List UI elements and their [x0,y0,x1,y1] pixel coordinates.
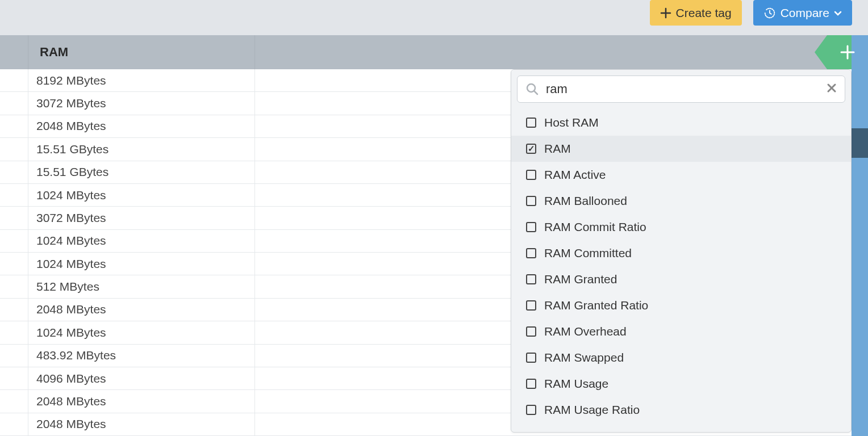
checkbox-icon [526,170,536,180]
create-tag-button[interactable]: Create tag [650,0,742,26]
row-gutter [0,92,28,114]
ram-cell: 483.92 MBytes [28,345,255,367]
checkbox-icon [526,118,536,128]
plus-icon [660,7,671,19]
row-gutter [0,115,28,137]
row-gutter [0,321,28,343]
ram-cell: 8192 MBytes [28,69,255,91]
checkbox-icon [526,379,536,389]
filter-option[interactable]: RAM Active [511,162,851,188]
filter-option-label: RAM Usage Ratio [544,403,640,417]
filter-option[interactable]: RAM Ballooned [511,188,851,214]
filter-option-label: RAM Active [544,168,606,182]
filter-option-label: RAM Committed [544,246,632,260]
row-gutter [0,138,28,160]
filter-option[interactable]: RAM Usage Ratio [511,397,851,423]
plus-icon [839,44,856,61]
ram-cell: 3072 MBytes [28,92,255,114]
filter-option[interactable]: RAM Granted [511,266,851,292]
filter-option-label: RAM Ballooned [544,194,627,208]
column-header-label: RAM [40,45,68,60]
ram-cell: 1024 MBytes [28,321,255,343]
filter-option-label: RAM Granted Ratio [544,299,648,312]
filter-option-label: Host RAM [544,116,599,129]
ram-cell: 3072 MBytes [28,207,255,229]
dropdown-search-wrap [511,70,851,108]
ram-cell: 512 MBytes [28,275,255,297]
row-gutter [0,253,28,275]
accent-bar-segment [852,128,868,158]
filter-option-label: RAM Usage [544,377,608,391]
ram-cell: 2048 MBytes [28,390,255,412]
compare-button[interactable]: Compare [753,0,852,26]
row-gutter [0,69,28,91]
ram-cell: 1024 MBytes [28,253,255,275]
row-gutter [0,230,28,252]
close-icon [827,83,837,93]
dropdown-options-list[interactable]: Host RAMRAMRAM ActiveRAM BalloonedRAM Co… [511,108,851,432]
search-input[interactable] [546,82,820,97]
ram-cell: 2048 MBytes [28,299,255,321]
row-gutter [0,161,28,183]
ram-cell: 2048 MBytes [28,115,255,137]
row-gutter [0,390,28,412]
column-header-ram[interactable]: RAM [28,35,255,69]
ram-cell: 2048 MBytes [28,413,255,435]
filter-option[interactable]: RAM Commit Ratio [511,214,851,240]
accent-bar-segment [852,158,868,437]
clear-search-button[interactable] [827,83,837,96]
top-toolbar: Create tag Compare [0,0,868,35]
search-box[interactable] [517,76,845,103]
filter-option[interactable]: RAM Usage [511,371,851,397]
checkbox-icon [526,300,536,311]
filter-option-label: RAM Overhead [544,325,627,338]
filter-option-label: RAM Granted [544,272,617,286]
filter-option-label: RAM [544,142,571,156]
row-gutter [0,275,28,297]
filter-option[interactable]: RAM [511,136,851,162]
checkbox-checked-icon [526,144,536,154]
row-gutter [0,207,28,229]
filter-option[interactable]: RAM Swapped [511,345,851,371]
checkbox-icon [526,248,536,258]
ram-cell: 1024 MBytes [28,230,255,252]
history-icon [763,7,776,19]
checkbox-icon [526,405,536,415]
checkbox-icon [526,196,536,206]
checkbox-icon [526,222,536,232]
search-icon [525,82,539,96]
ram-cell: 4096 MBytes [28,367,255,389]
row-gutter [0,184,28,206]
row-gutter [0,299,28,321]
column-header-row: RAM [0,35,868,69]
filter-option-label: RAM Commit Ratio [544,220,646,234]
filter-option[interactable]: RAM Granted Ratio [511,292,851,318]
row-gutter [0,413,28,435]
checkbox-icon [526,326,536,337]
chevron-down-icon [834,9,842,17]
ram-cell: 15.51 GBytes [28,161,255,183]
row-gutter [0,367,28,389]
filter-option[interactable]: RAM Committed [511,240,851,266]
checkbox-icon [526,274,536,284]
column-filter-dropdown: Host RAMRAMRAM ActiveRAM BalloonedRAM Co… [511,69,852,433]
filter-option-label: RAM Swapped [544,351,624,364]
ram-cell: 15.51 GBytes [28,138,255,160]
row-gutter [0,345,28,367]
create-tag-label: Create tag [676,6,732,20]
ram-cell: 1024 MBytes [28,184,255,206]
compare-label: Compare [781,6,829,20]
filter-option[interactable]: RAM Overhead [511,318,851,345]
row-gutter [0,35,28,69]
filter-option[interactable]: Host RAM [511,110,851,136]
checkbox-icon [526,353,536,363]
right-accent-bars [852,35,868,436]
